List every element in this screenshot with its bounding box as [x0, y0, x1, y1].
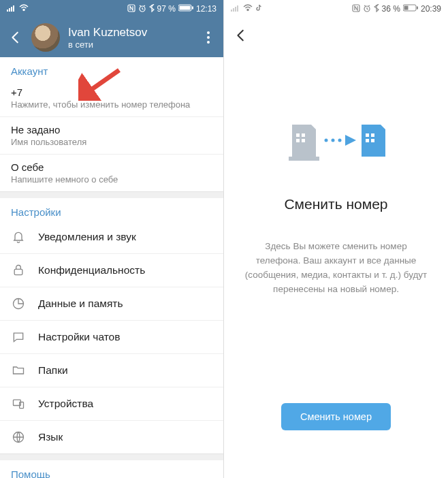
folder-icon: [11, 364, 26, 377]
status-bar: 97 % 12:13: [0, 0, 223, 18]
notifications-row[interactable]: Уведомления и звук: [0, 221, 223, 253]
svg-rect-34: [371, 133, 374, 137]
avatar[interactable]: [31, 23, 60, 52]
clock: 20:39: [421, 4, 441, 14]
svg-rect-10: [14, 269, 22, 274]
sim-transfer-illustration: [278, 114, 394, 172]
nfc-icon: [127, 4, 135, 14]
signal-icon: [231, 4, 240, 14]
chat-icon: [11, 330, 26, 344]
devices-icon: [11, 397, 26, 411]
settings-title: Настройки: [0, 198, 223, 221]
bio-value: О себе: [11, 161, 212, 173]
status-bar: 36 % 20:39: [224, 0, 448, 18]
battery-icon: [178, 4, 193, 14]
lock-icon: [11, 264, 26, 277]
svg-rect-24: [417, 7, 418, 10]
settings-scroll[interactable]: Аккаунт +7 Нажмите, чтобы изменить номер…: [0, 57, 223, 478]
chat-settings-row[interactable]: Настройки чатов: [0, 320, 223, 353]
svg-rect-16: [233, 8, 234, 12]
tiktok-icon: [255, 4, 263, 14]
back-button[interactable]: [8, 30, 23, 45]
wifi-icon: [19, 4, 29, 14]
svg-point-4: [23, 10, 25, 11]
change-number-body: Сменить номер Здесь Вы можете сменить но…: [224, 53, 448, 478]
svg-point-31: [331, 139, 334, 142]
settings-screen: 97 % 12:13 Ivan Kuznetsov в сети Аккаунт…: [0, 0, 224, 478]
phone-value: +7: [11, 86, 212, 98]
change-number-button[interactable]: Сменить номер: [281, 403, 391, 430]
change-number-screen: 36 % 20:39: [224, 0, 448, 478]
chat-settings-label: Настройки чатов: [38, 331, 120, 343]
username-hint: Имя пользователя: [11, 137, 212, 147]
svg-rect-1: [9, 8, 10, 12]
change-number-title: Сменить номер: [284, 196, 387, 212]
help-title: Помощь: [0, 460, 223, 478]
svg-rect-26: [302, 133, 305, 137]
svg-rect-0: [7, 10, 8, 12]
svg-rect-28: [302, 139, 305, 142]
svg-rect-35: [366, 139, 369, 142]
data-label: Данные и память: [38, 298, 123, 310]
username-value: Не задано: [11, 124, 212, 136]
language-row[interactable]: Язык: [0, 420, 223, 453]
battery-percent: 97 %: [157, 4, 176, 14]
more-menu-button[interactable]: [202, 31, 215, 44]
svg-rect-9: [192, 7, 193, 10]
svg-rect-8: [179, 6, 190, 10]
back-button[interactable]: [234, 28, 249, 43]
svg-rect-18: [237, 5, 238, 12]
svg-rect-2: [11, 7, 12, 12]
folders-row[interactable]: Папки: [0, 353, 223, 387]
signal-icon: [7, 4, 16, 14]
language-label: Язык: [38, 431, 63, 443]
svg-rect-15: [231, 10, 232, 12]
devices-label: Устройства: [38, 398, 93, 410]
settings-section: Настройки Уведомления и звук Конфиденциа…: [0, 198, 223, 453]
svg-point-30: [324, 139, 327, 142]
bluetooth-icon: [149, 4, 155, 14]
bio-hint: Напишите немного о себе: [11, 174, 212, 185]
profile-status: в сети: [68, 39, 193, 50]
phone-row[interactable]: +7 Нажмите, чтобы изменить номер телефон…: [0, 80, 223, 116]
svg-rect-27: [296, 139, 300, 142]
header: [224, 18, 448, 53]
profile-header: Ivan Kuznetsov в сети: [0, 18, 223, 57]
svg-rect-23: [404, 6, 408, 10]
data-row[interactable]: Данные и память: [0, 287, 223, 320]
privacy-row[interactable]: Конфиденциальность: [0, 253, 223, 287]
alarm-icon: [363, 4, 371, 14]
bluetooth-icon: [374, 4, 379, 14]
bio-row[interactable]: О себе Напишите немного о себе: [0, 154, 223, 191]
devices-row[interactable]: Устройства: [0, 387, 223, 420]
svg-rect-17: [235, 7, 236, 12]
svg-rect-25: [296, 133, 300, 137]
globe-icon: [11, 430, 26, 444]
alarm-icon: [138, 4, 146, 14]
account-section: Аккаунт +7 Нажмите, чтобы изменить номер…: [0, 57, 223, 191]
battery-icon: [403, 4, 418, 14]
bell-icon: [11, 230, 26, 244]
svg-point-32: [338, 139, 341, 142]
svg-rect-36: [371, 139, 374, 142]
profile-name: Ivan Kuznetsov: [68, 26, 193, 39]
svg-point-19: [247, 10, 249, 11]
svg-rect-3: [13, 5, 14, 12]
pie-icon: [11, 297, 26, 310]
privacy-label: Конфиденциальность: [38, 264, 145, 276]
folders-label: Папки: [38, 364, 68, 377]
wifi-icon: [243, 4, 253, 14]
change-number-description: Здесь Вы можете сменить номер телефона. …: [244, 240, 428, 297]
clock: 12:13: [196, 4, 217, 14]
battery-percent: 36 %: [382, 4, 400, 14]
username-row[interactable]: Не задано Имя пользователя: [0, 116, 223, 154]
svg-rect-33: [366, 133, 369, 137]
nfc-icon: [352, 4, 360, 14]
account-title: Аккаунт: [0, 57, 223, 80]
svg-rect-29: [289, 157, 319, 161]
notifications-label: Уведомления и звук: [38, 231, 136, 243]
phone-hint: Нажмите, чтобы изменить номер телефона: [11, 99, 212, 110]
help-section: Помощь: [0, 460, 223, 478]
